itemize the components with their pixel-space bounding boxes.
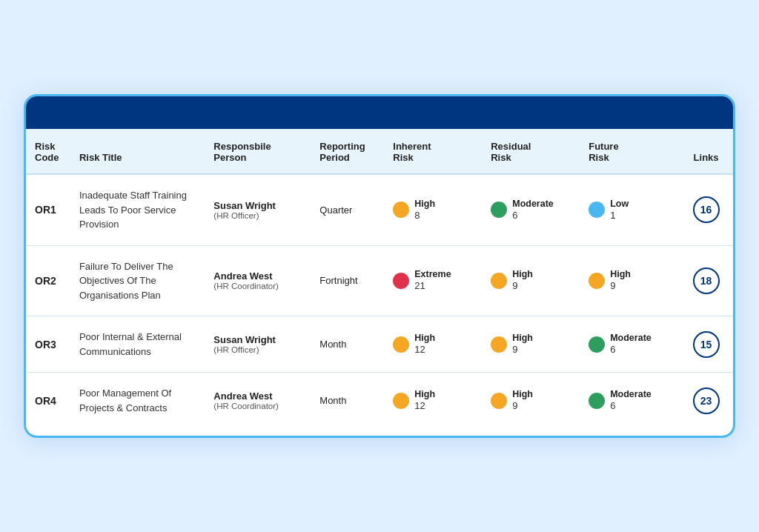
- residual-risk-cell: High 9: [482, 245, 580, 316]
- reporting-period-cell: Month: [311, 316, 384, 373]
- responsible-name: Andrea West: [213, 270, 303, 282]
- residual-level: High: [512, 269, 533, 280]
- table-row: OR3 Poor Internal & External Communicati…: [26, 316, 733, 373]
- residual-label: High 9: [512, 389, 533, 412]
- risk-code-cell: OR2: [26, 245, 70, 316]
- future-dot: [589, 273, 605, 289]
- responsible-name: Susan Wright: [213, 200, 303, 211]
- future-value: 6: [610, 400, 652, 412]
- residual-value: 6: [512, 210, 554, 222]
- links-cell: 23: [677, 373, 733, 429]
- residual-value: 9: [512, 344, 533, 356]
- responsible-cell: Andrea West (HR Coordinator): [205, 373, 311, 429]
- residual-risk-cell: High 9: [482, 316, 580, 373]
- future-risk-cell: High 9: [580, 245, 677, 316]
- risk-code-cell: OR1: [26, 174, 70, 245]
- inherent-value: 8: [414, 210, 435, 222]
- future-value: 6: [610, 344, 652, 356]
- col-future-risk: FutureRisk: [580, 129, 677, 174]
- inherent-dot: [393, 393, 409, 409]
- inherent-indicator: Extreme 21: [393, 269, 474, 292]
- inherent-dot: [393, 336, 409, 353]
- col-reporting-period: ReportingPeriod: [311, 129, 384, 174]
- future-indicator: Moderate 6: [589, 389, 670, 412]
- inherent-dot: [393, 273, 409, 289]
- residual-level: Moderate: [512, 199, 554, 210]
- residual-dot: [491, 273, 507, 289]
- inherent-label: High 12: [414, 333, 435, 356]
- col-links: Links: [677, 129, 733, 174]
- future-value: 1: [610, 210, 629, 222]
- col-inherent-risk: InherentRisk: [384, 129, 482, 174]
- table-row: OR2 Failure To Deliver The Objectives Of…: [26, 245, 733, 316]
- links-cell: 15: [677, 316, 733, 373]
- responsible-name: Andrea West: [213, 390, 303, 402]
- inherent-risk-cell: High 8: [384, 174, 482, 245]
- links-badge: 15: [693, 331, 720, 358]
- responsible-role: (HR Officer): [213, 211, 303, 220]
- future-dot: [589, 393, 605, 409]
- residual-label: High 9: [512, 333, 533, 356]
- future-label: Moderate 6: [610, 333, 652, 356]
- table-body: OR1 Inadequate Staff Training Leads To P…: [26, 174, 733, 428]
- future-level: Moderate: [610, 389, 652, 400]
- reporting-period-cell: Month: [311, 373, 384, 429]
- residual-indicator: High 9: [491, 333, 572, 356]
- future-risk-cell: Low 1: [580, 174, 677, 245]
- risk-code-cell: OR4: [26, 373, 70, 429]
- links-badge: 16: [693, 196, 720, 223]
- links-cell: 16: [677, 174, 733, 245]
- responsible-role: (HR Officer): [213, 345, 303, 354]
- residual-indicator: High 9: [491, 389, 572, 412]
- inherent-indicator: High 12: [393, 389, 474, 412]
- responsible-cell: Susan Wright (HR Officer): [205, 316, 311, 373]
- inherent-value: 12: [414, 400, 435, 412]
- risk-title-cell: Inadequate Staff Training Leads To Poor …: [70, 174, 205, 245]
- links-badge: 18: [693, 267, 720, 294]
- inherent-dot: [393, 202, 409, 218]
- future-risk-cell: Moderate 6: [580, 373, 677, 429]
- responsible-cell: Susan Wright (HR Officer): [205, 174, 311, 245]
- residual-dot: [491, 336, 507, 353]
- responsible-role: (HR Coordinator): [213, 282, 303, 290]
- risk-register-card: RiskCode Risk Title ResponsbilePerson Re…: [24, 94, 735, 438]
- table-wrap: RiskCode Risk Title ResponsbilePerson Re…: [26, 129, 733, 436]
- future-value: 9: [610, 280, 631, 292]
- residual-level: High: [512, 389, 533, 400]
- inherent-risk-cell: High 12: [384, 316, 482, 373]
- responsible-cell: Andrea West (HR Coordinator): [205, 245, 311, 316]
- inherent-value: 12: [414, 344, 435, 356]
- risk-code-cell: OR3: [26, 316, 70, 373]
- table-row: OR1 Inadequate Staff Training Leads To P…: [26, 174, 733, 245]
- future-dot: [589, 202, 605, 218]
- reporting-period-cell: Fortnight: [311, 245, 384, 316]
- future-dot: [589, 336, 605, 353]
- links-badge: 23: [693, 388, 720, 414]
- inherent-level: High: [414, 333, 435, 344]
- future-label: Moderate 6: [610, 389, 652, 412]
- residual-indicator: Moderate 6: [491, 199, 572, 222]
- residual-label: High 9: [512, 269, 533, 292]
- risk-title-cell: Poor Internal & External Communications: [70, 316, 205, 373]
- responsible-role: (HR Coordinator): [213, 402, 303, 410]
- col-risk-title: Risk Title: [70, 129, 205, 174]
- future-level: Low: [610, 199, 629, 210]
- inherent-level: Extreme: [414, 269, 451, 280]
- residual-level: High: [512, 333, 533, 344]
- links-cell: 18: [677, 245, 733, 316]
- reporting-period-cell: Quarter: [311, 174, 384, 245]
- inherent-level: High: [414, 389, 435, 400]
- table-row: OR4 Poor Management Of Projects & Contra…: [26, 373, 733, 429]
- residual-value: 9: [512, 280, 533, 292]
- residual-value: 9: [512, 400, 533, 412]
- residual-dot: [491, 202, 507, 218]
- future-indicator: Low 1: [589, 199, 670, 222]
- future-risk-cell: Moderate 6: [580, 316, 677, 373]
- future-level: Moderate: [610, 333, 652, 344]
- inherent-label: High 8: [414, 199, 435, 222]
- future-label: Low 1: [610, 199, 629, 222]
- risk-title-cell: Poor Management Of Projects & Contracts: [70, 373, 205, 429]
- inherent-label: Extreme 21: [414, 269, 451, 292]
- risk-title-cell: Failure To Deliver The Objectives Of The…: [70, 245, 205, 316]
- inherent-label: High 12: [414, 389, 435, 412]
